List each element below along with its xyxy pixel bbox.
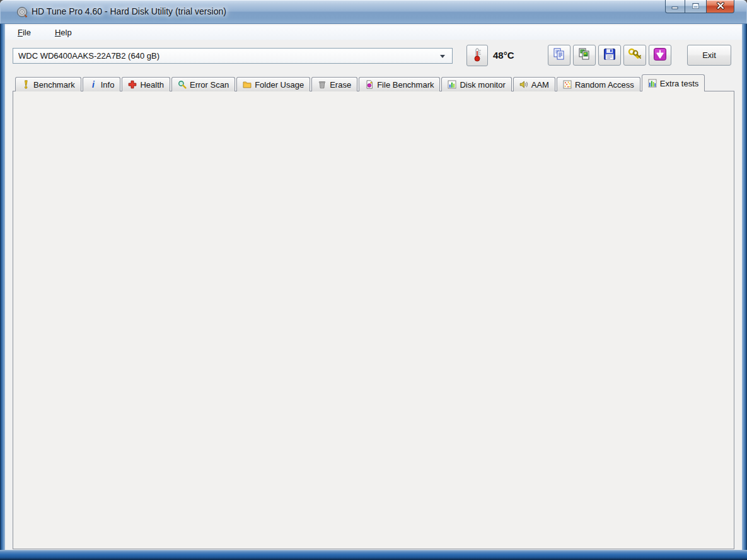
maximize-button[interactable] [685,0,706,13]
benchmark-icon [21,80,30,89]
tab-label: Erase [330,80,351,90]
window-title: HD Tune Pro 4.60 - Hard Disk Utility (tr… [32,6,226,16]
exit-button[interactable]: Exit [687,45,731,66]
window-border-bottom [0,550,747,560]
extra-tests-icon [648,79,657,88]
copy-image-icon [577,47,591,63]
tab-label: File Benchmark [377,80,434,90]
copy-text-icon [552,47,566,63]
save-icon [603,47,617,63]
tab-label: Health [140,80,164,90]
tab-extra-tests[interactable]: Extra tests [642,74,705,91]
close-button[interactable] [706,0,734,13]
tab-label: Folder Usage [255,80,304,90]
app-icon [16,6,28,18]
svg-text:i: i [92,80,95,89]
window-border-right [742,24,747,550]
copy-text-button[interactable] [548,45,570,66]
tab-disk-monitor[interactable]: Disk monitor [441,77,511,91]
tab-label: Extra tests [660,79,698,88]
file-benchmark-icon [365,80,374,89]
exit-button-label: Exit [702,50,716,60]
app-window: HD Tune Pro 4.60 - Hard Disk Utility (tr… [0,0,747,560]
menu-item-file[interactable]: File [14,26,35,38]
thermometer-icon [470,47,484,64]
title-bar[interactable]: HD Tune Pro 4.60 - Hard Disk Utility (tr… [0,0,747,24]
minimize-button[interactable] [665,0,685,13]
drive-selector[interactable]: WDC WD6400AAKS-22A7B2 (640 gB) [13,48,453,64]
download-button[interactable] [649,45,671,66]
tab-file-benchmark[interactable]: File Benchmark [359,77,440,91]
info-icon: i [89,80,98,89]
maximize-icon [692,2,700,11]
disk-monitor-icon [448,80,456,89]
extra-tests-tab-page [13,91,734,549]
chevron-down-icon [438,52,447,61]
tab-bar: BenchmarkiInfoHealthError ScanFolder Usa… [15,76,706,91]
window-controls [665,0,734,13]
tab-label: Info [101,80,115,90]
tab-label: Disk monitor [460,80,505,90]
keys-icon [627,47,642,63]
temperature-button[interactable] [466,45,488,66]
tab-erase[interactable]: Erase [311,77,357,91]
temperature-value: 48°C [493,50,514,61]
tab-error-scan[interactable]: Error Scan [171,77,235,91]
menu-bar: FileHelp [5,25,742,40]
tab-info[interactable]: iInfo [83,77,121,91]
tab-label: Random Access [575,80,634,90]
tab-aam[interactable]: AAM [513,77,555,91]
tab-random-access[interactable]: Random Access [557,77,640,91]
window-border-left [0,24,5,550]
health-icon [128,80,137,89]
close-icon [715,2,726,11]
save-button[interactable] [598,45,621,66]
keys-button[interactable] [623,45,646,66]
tab-label: Error Scan [190,80,229,90]
tab-folder-usage[interactable]: Folder Usage [236,77,310,91]
copy-image-button[interactable] [573,45,596,66]
aam-icon [519,80,528,89]
error-scan-icon [178,80,187,89]
drive-selector-value: WDC WD6400AAKS-22A7B2 (640 gB) [18,51,438,61]
folder-usage-icon [243,80,252,89]
minimize-icon [671,2,680,11]
tab-label: Benchmark [33,80,75,90]
menu-item-help[interactable]: Help [51,26,76,38]
random-access-icon [563,80,572,89]
erase-icon [318,80,327,89]
tab-health[interactable]: Health [122,77,170,91]
download-icon [653,47,667,63]
tab-label: AAM [531,80,549,90]
tab-benchmark[interactable]: Benchmark [15,77,81,91]
